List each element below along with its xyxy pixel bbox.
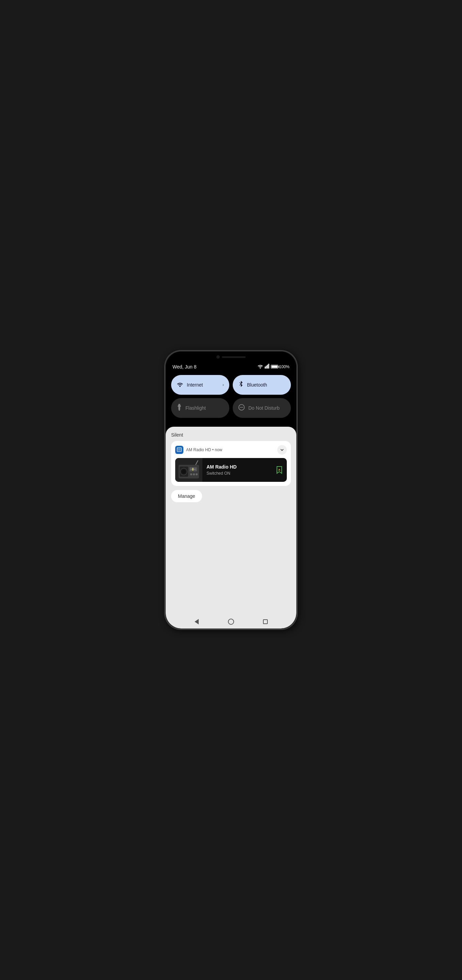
- recents-button[interactable]: [262, 618, 269, 625]
- notification-card-radio: AM Radio HD • now: [171, 441, 291, 486]
- dnd-tile-icon: [238, 404, 245, 412]
- qs-tile-internet[interactable]: Internet ›: [171, 375, 229, 395]
- speaker-bar: [222, 356, 246, 358]
- flashlight-tile-icon: [176, 404, 182, 412]
- svg-rect-4: [179, 404, 180, 405]
- wifi-icon: [257, 364, 263, 369]
- notification-image-radio: [175, 458, 202, 482]
- notification-action-icon[interactable]: A: [272, 458, 287, 482]
- signal-icon: [265, 364, 270, 369]
- status-date: Wed, Jun 8: [173, 364, 197, 369]
- dnd-tile-label: Do Not Disturb: [248, 405, 279, 411]
- home-icon: [228, 619, 234, 625]
- svg-line-19: [195, 460, 198, 465]
- svg-point-16: [190, 473, 192, 476]
- battery-percentage: 100%: [279, 364, 289, 369]
- back-button[interactable]: [193, 618, 200, 625]
- notification-header: AM Radio HD • now: [175, 445, 287, 455]
- camera-dot: [216, 355, 220, 359]
- quick-settings-panel: Internet › Bluetooth: [166, 371, 296, 427]
- battery-container: 100%: [271, 364, 289, 369]
- svg-rect-10: [178, 449, 181, 451]
- svg-point-17: [193, 473, 195, 476]
- svg-rect-3: [268, 364, 270, 369]
- back-icon: [195, 619, 199, 624]
- flashlight-tile-label: Flashlight: [186, 405, 206, 411]
- phone-frame: Wed, Jun 8: [165, 350, 297, 630]
- bluetooth-tile-icon: [238, 381, 244, 389]
- wifi-tile-icon: [176, 382, 183, 388]
- bluetooth-tile-label: Bluetooth: [247, 382, 267, 388]
- svg-rect-1: [266, 366, 267, 369]
- notification-app-name: AM Radio HD • now: [186, 447, 277, 452]
- notification-title: AM Radio HD: [206, 464, 268, 469]
- internet-tile-label: Internet: [187, 382, 203, 388]
- svg-marker-6: [179, 409, 180, 410]
- status-bar: Wed, Jun 8: [166, 363, 296, 371]
- home-button[interactable]: [228, 618, 234, 625]
- battery-icon: [271, 365, 278, 369]
- side-button[interactable]: [296, 463, 297, 479]
- qs-tile-flashlight[interactable]: Flashlight: [171, 398, 229, 418]
- navigation-bar: [166, 615, 296, 628]
- svg-rect-0: [265, 366, 266, 369]
- qs-tile-dnd[interactable]: Do Not Disturb: [233, 398, 291, 418]
- internet-chevron-icon: ›: [222, 382, 224, 387]
- notch-area: [166, 352, 296, 363]
- svg-point-14: [182, 469, 186, 474]
- section-label-silent: Silent: [171, 432, 291, 438]
- qs-row-2: Flashlight Do Not Disturb: [171, 398, 291, 418]
- qs-tile-bluetooth[interactable]: Bluetooth: [233, 375, 291, 395]
- notification-content: AM Radio HD Switched ON A: [175, 458, 287, 482]
- svg-rect-2: [267, 365, 268, 369]
- status-icons: 100%: [257, 364, 289, 369]
- notification-text-area: AM Radio HD Switched ON: [202, 458, 272, 482]
- svg-point-18: [195, 473, 198, 476]
- recents-icon: [263, 619, 268, 624]
- phone-screen: Wed, Jun 8: [166, 352, 296, 628]
- manage-button[interactable]: Manage: [171, 490, 202, 502]
- app-icon-radio: [175, 446, 183, 454]
- svg-text:A: A: [278, 468, 280, 471]
- notification-subtitle: Switched ON: [206, 471, 268, 476]
- qs-row-1: Internet › Bluetooth: [171, 375, 291, 395]
- notification-expand-button[interactable]: [277, 445, 287, 455]
- svg-rect-5: [179, 407, 180, 409]
- notifications-panel: Silent AM Radio HD • now: [166, 427, 296, 615]
